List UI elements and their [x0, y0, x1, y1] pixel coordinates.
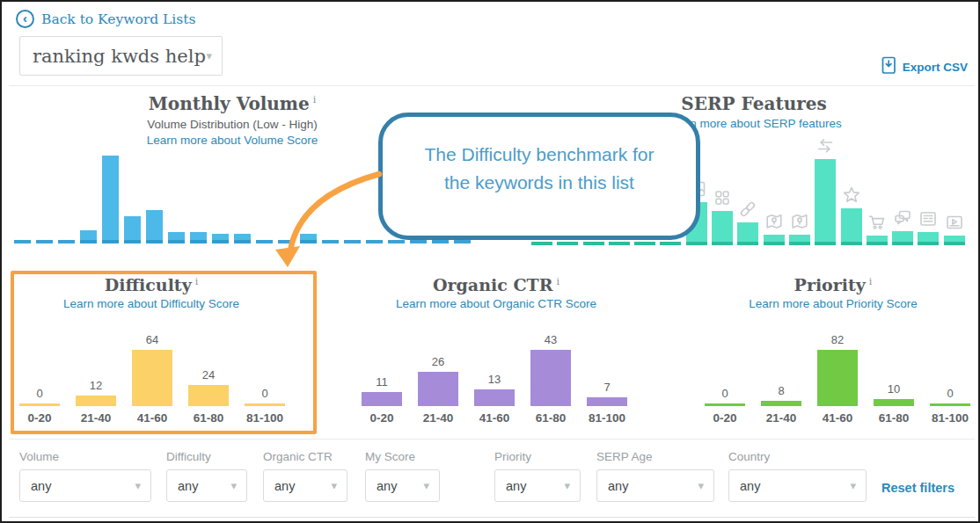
filter-priority: Priorityany▾	[494, 450, 581, 502]
dash	[432, 240, 449, 243]
filter-label: Difficulty	[166, 450, 247, 463]
filter-my-score: My Scoreany▾	[365, 450, 440, 502]
organic-ctr-learn-more-link[interactable]: Learn more about Organic CTR Score	[347, 297, 646, 310]
bar	[815, 159, 836, 245]
volume-bar	[80, 230, 97, 243]
annotation-callout: The Difficulty benchmark for the keyword…	[378, 113, 700, 240]
chevron-down-icon: ▾	[331, 479, 347, 492]
bar	[874, 399, 914, 406]
chevron-down-icon: ▾	[230, 479, 246, 492]
sitelinks-icon	[712, 187, 733, 208]
filter-select-my-score[interactable]: any▾	[365, 469, 440, 502]
bar	[190, 232, 207, 243]
filter-serp-age: SERP Ageany▾	[596, 450, 714, 502]
annotation-arrow	[261, 163, 393, 275]
bar-value-label: 7	[603, 381, 610, 394]
bar-value-label: 26	[432, 355, 444, 368]
bar-value-label: 8	[778, 384, 784, 397]
dash	[58, 240, 75, 243]
footer-divider	[9, 517, 975, 518]
export-csv-label: Export CSV	[903, 61, 968, 74]
dash	[557, 242, 578, 245]
filter-label: SERP Age	[596, 450, 714, 463]
serp-feature-bar	[892, 207, 913, 245]
priority-bucket-41-60: 8241-60	[809, 333, 866, 425]
export-csv-button[interactable]: Export CSV	[881, 56, 968, 78]
dash	[660, 242, 681, 245]
bar	[102, 156, 119, 243]
volume-baseline-dash	[14, 240, 31, 243]
filter-select-difficulty[interactable]: any▾	[166, 469, 247, 502]
chevron-down-icon: ▾	[564, 479, 580, 492]
filter-label: Volume	[19, 450, 151, 463]
back-chevron-icon: ‹	[16, 10, 34, 28]
filter-value: any	[729, 479, 850, 493]
filter-select-organic-ctr[interactable]: any▾	[263, 469, 347, 502]
volume-bar	[168, 232, 185, 243]
serp-features-title: SERP Features	[578, 93, 930, 114]
filter-select-volume[interactable]: any▾	[19, 469, 151, 502]
bar	[705, 403, 745, 406]
volume-bar	[212, 234, 229, 243]
volume-baseline-dash	[432, 240, 449, 243]
bar	[944, 236, 965, 245]
bucket-label: 61-80	[536, 411, 567, 425]
local-pack-icon	[764, 211, 785, 232]
bar	[587, 397, 627, 406]
dash	[410, 240, 427, 243]
dash	[454, 240, 471, 243]
bar	[764, 235, 785, 245]
priority-bucket-81-100: 081-100	[922, 387, 978, 425]
shopping-cart-icon	[867, 212, 888, 233]
link-icon	[737, 199, 758, 220]
callout-line-1: The Difficulty benchmark for	[383, 141, 696, 169]
volume-score-learn-more-link[interactable]: Learn more about Volume Score	[56, 134, 408, 147]
bar	[761, 401, 801, 406]
bucket-label: 61-80	[879, 411, 910, 425]
volume-bar	[190, 232, 207, 243]
dash	[14, 240, 31, 243]
serp-feature-bar	[944, 212, 965, 245]
filter-difficulty: Difficultyany▾	[166, 450, 247, 502]
priority-learn-more-link[interactable]: Learn more about Priority Score	[684, 297, 980, 310]
filter-label: Country	[728, 450, 867, 463]
info-icon[interactable]: i	[869, 276, 873, 287]
filter-select-serp-age[interactable]: any▾	[596, 469, 714, 502]
volume-baseline-dash	[454, 240, 471, 243]
filter-select-priority[interactable]: any▾	[494, 469, 581, 502]
local-pack-icon	[789, 211, 810, 232]
chevron-down-icon: ▾	[698, 479, 713, 492]
difficulty-highlight-box	[11, 271, 317, 434]
volume-bar	[102, 156, 119, 243]
back-to-keyword-lists-link[interactable]: ‹ Back to Keyword Lists	[16, 10, 195, 28]
serp-feature-bar	[764, 211, 785, 245]
chevron-down-icon: ▾	[850, 479, 866, 492]
bar	[867, 236, 888, 245]
info-icon[interactable]: i	[313, 94, 317, 105]
bar-value-label: 43	[545, 333, 557, 346]
bar-value-label: 11	[376, 375, 388, 389]
news-icon	[918, 208, 939, 229]
filter-value: any	[597, 479, 698, 493]
serp-feature-bar	[712, 187, 733, 245]
reset-filters-link[interactable]: Reset filters	[881, 481, 954, 495]
bar	[168, 232, 185, 243]
serp-feature-bar	[867, 212, 888, 245]
info-icon[interactable]: i	[556, 276, 559, 287]
serp-baseline-dash	[557, 242, 578, 245]
filter-value: any	[264, 479, 331, 493]
chevron-down-icon: ▾	[206, 49, 222, 62]
dash	[634, 242, 655, 245]
filter-value: any	[167, 479, 230, 493]
serp-baseline-dash	[634, 242, 655, 245]
bar	[930, 403, 970, 406]
keyword-list-selector[interactable]: ranking kwds help ▾	[19, 36, 223, 76]
volume-baseline-dash	[58, 240, 75, 243]
export-csv-icon	[881, 56, 896, 78]
serp-baseline-dash	[609, 242, 630, 245]
filter-select-country[interactable]: any▾	[728, 469, 867, 502]
serp-feature-bar	[841, 185, 862, 245]
filter-country: Countryany▾	[728, 450, 867, 502]
organic-ctr-bucket-41-60: 1341-60	[466, 373, 523, 425]
keyword-list-name: ranking kwds help	[20, 46, 206, 67]
